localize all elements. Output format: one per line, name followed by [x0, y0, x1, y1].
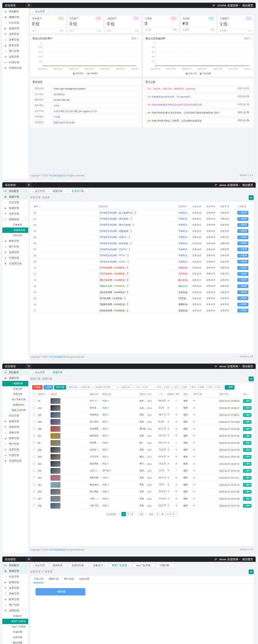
edit-button[interactable]: ✎编辑 — [243, 462, 251, 466]
sidebar-item[interactable]: ⇩ 采集管理 ⌄ — [2, 217, 28, 222]
category-select[interactable]: 动漫▾ — [102, 490, 109, 493]
refresh-button[interactable]: ⟳ — [249, 195, 254, 200]
collect-all-link[interactable]: 采集所有 — [219, 265, 236, 271]
recommend-flag[interactable]: ✕ — [175, 432, 183, 439]
video-title[interactable]: 梨园闯关我挂帅 — [90, 434, 102, 437]
app-only-flag[interactable]: ✕ — [193, 411, 218, 418]
close-icon[interactable]: × — [63, 564, 65, 567]
row-checkbox[interactable] — [33, 420, 35, 423]
video-title[interactable]: 小磨——某人上山起风云 — [90, 497, 102, 500]
recommend-flag[interactable]: ✕ — [175, 481, 183, 488]
sidebar-item[interactable]: 弹幕列表 — [2, 392, 28, 397]
app-only-flag[interactable]: ✕ — [193, 481, 218, 488]
date-range-picker[interactable]: 请选择日期范围▦ — [94, 385, 119, 390]
import-config-button[interactable]: 入库配置 — [237, 278, 248, 282]
app-only-flag[interactable]: ✕ — [193, 474, 218, 481]
hamburger-menu-icon[interactable]: ☰ — [26, 3, 32, 8]
announcement-item[interactable]: 01. 广告合作，系统定制，请联系TG：yhcmsvip 2021-11-20 — [145, 85, 252, 92]
resource-name-link[interactable]: 【黑莓官采资源网（芒果TV）】 — [97, 246, 177, 252]
sidebar-item[interactable]: ⇄ 代理管理 ‹ — [2, 60, 28, 65]
collect-week-link[interactable]: 采集本周 — [205, 277, 219, 283]
filter-select[interactable]: 排序▾ — [215, 385, 224, 390]
import-config-button[interactable]: 入库配置 — [237, 290, 248, 294]
sort-icon[interactable]: ⇅ — [45, 393, 47, 395]
carousel-flag[interactable]: ✕ — [167, 425, 175, 432]
legend-item[interactable]: 苹果用户 — [87, 72, 98, 75]
collect-today-link[interactable]: 采集当天 — [191, 210, 205, 216]
resource-name-link[interactable]: 【樱春资源网（m3u8资源）】 — [97, 283, 177, 289]
edit-button[interactable]: ✎编辑 — [243, 420, 251, 424]
row-checkbox[interactable] — [33, 448, 35, 451]
collect-all-link[interactable]: 采集所有 — [219, 222, 236, 228]
category-select[interactable]: 综艺▾ — [102, 427, 109, 430]
collect-today-link[interactable]: 采集当天 — [191, 277, 205, 283]
video-title[interactable]: 心居 — [90, 469, 94, 472]
sidebar-item[interactable]: ⚙ 运营管理 ‹ — [2, 447, 28, 452]
sidebar-item[interactable]: ♜ 管理员管理 ‹ — [2, 65, 28, 71]
category-select[interactable]: 综艺▾ — [102, 448, 109, 451]
app-only-flag[interactable]: ✕ — [193, 446, 218, 453]
sidebar-item[interactable]: ⇩ 采集管理 ‹ — [2, 591, 28, 596]
category-select[interactable]: 综艺▾ — [102, 462, 109, 465]
collect-today-link[interactable]: 采集当天 — [191, 301, 205, 307]
recommend-flag[interactable]: ✓ — [175, 467, 183, 474]
category-select[interactable]: 动漫▾ — [102, 400, 109, 402]
tab[interactable]: ⌂ 后台首页 — [30, 9, 48, 14]
column-header[interactable]: 缩略图 — [50, 392, 89, 398]
refresh-icon[interactable]: ⟳ — [215, 365, 217, 368]
row-checkbox[interactable] — [33, 455, 35, 458]
edit-button[interactable]: ✎编辑 — [243, 448, 251, 452]
page-button[interactable]: 1 — [122, 512, 126, 516]
video-title[interactable]: 剑川 — [90, 400, 94, 402]
carousel-flag[interactable]: ✕ — [167, 481, 175, 488]
carousel-flag[interactable]: ✕ — [167, 453, 175, 460]
announcement-item[interactable]: 05. 黑莓CMS同步整合广告联盟，让您的网站急速变现 2021-11-28 — [145, 117, 252, 124]
sidebar-item[interactable]: ◉ 财务管理 ‹ — [2, 43, 28, 48]
refresh-button[interactable]: ⟳ — [249, 569, 254, 574]
keyword-input[interactable]: 请输入关键字 — [134, 385, 155, 390]
collect-all-link[interactable]: 采集所有 — [219, 240, 236, 246]
sort-icon[interactable]: ⇅ — [39, 206, 40, 208]
collect-week-link[interactable]: 采集本周 — [205, 246, 219, 252]
hamburger-menu-icon[interactable]: ☰ — [26, 557, 32, 562]
sidebar-item[interactable]: ◉ 财务管理 ‹ — [2, 435, 28, 441]
resource-name-link[interactable]: 【黑莓官采资源网（腾讯视频）】 — [97, 216, 177, 222]
import-config-button[interactable]: 入库配置 — [237, 266, 248, 270]
recommend-flag[interactable]: ✓ — [175, 398, 183, 404]
sidebar-item[interactable]: ⇩ 采集管理 ‹ — [2, 430, 28, 435]
one-click-activate-button[interactable]: 一键开通 — [36, 588, 85, 595]
sidebar-item[interactable]: ♁ 社区管理 ‹ — [2, 413, 28, 418]
collect-today-link[interactable]: 采集当天 — [191, 265, 205, 271]
filter-select[interactable]: 推荐▾ — [190, 385, 199, 390]
sidebar-item[interactable]: 视频上报列表 — [2, 407, 28, 413]
front-site-link[interactable]: 前台首页 — [242, 183, 253, 187]
collect-today-link[interactable]: 采集当天 — [191, 283, 205, 289]
app-only-flag[interactable]: ✕ — [193, 418, 218, 425]
collect-week-link[interactable]: 采集本周 — [205, 289, 219, 295]
video-title[interactable]: 正大综艺 — [90, 420, 101, 423]
recommend-flag[interactable]: ✕ — [175, 460, 183, 467]
carousel-flag[interactable]: ✕ — [167, 439, 175, 446]
carousel-flag[interactable]: ✕ — [167, 411, 175, 418]
row-checkbox[interactable] — [33, 497, 35, 500]
resource-name-link[interactable]: 【酷点资源网（m3u8资源）】 — [97, 277, 177, 283]
sidebar-item[interactable]: ▣ 视频管理 ⌄ — [2, 375, 28, 381]
close-icon[interactable]: × — [63, 372, 65, 374]
collect-week-link[interactable]: 采集本周 — [205, 222, 219, 228]
filter-select[interactable]: 年份▾ — [156, 385, 164, 390]
column-header[interactable]: 收费 — [183, 392, 193, 398]
collect-today-link[interactable]: 采集当天 — [191, 246, 205, 252]
sidebar-item[interactable]: ♁ 社区管理 ‹ — [2, 200, 28, 205]
collect-all-link[interactable]: 采集所有 — [219, 277, 236, 283]
row-checkbox[interactable] — [33, 427, 35, 430]
brand-link[interactable]: YHCMS视频系统 — [48, 549, 66, 551]
row-checkbox[interactable] — [33, 490, 35, 493]
carousel-flag[interactable]: ✕ — [167, 460, 175, 467]
search-button[interactable]: ⌕搜索 — [225, 385, 234, 390]
brand-link[interactable]: YHCMS视频系统 — [48, 174, 66, 177]
collect-all-link[interactable]: 采集所有 — [219, 228, 236, 234]
page-size-select[interactable]: 20 条/页▾ — [165, 512, 177, 517]
row-checkbox[interactable] — [33, 400, 35, 402]
edit-button[interactable]: ✎编辑 — [243, 455, 251, 459]
column-header[interactable]: 采集当天 — [191, 204, 205, 210]
